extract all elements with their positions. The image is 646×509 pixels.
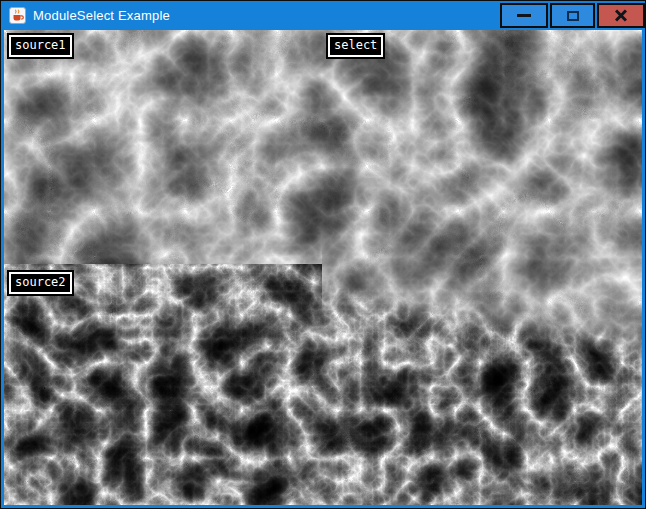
app-window: ModuleSelect Example (0, 0, 646, 509)
source1-label: source1 (9, 35, 72, 57)
source1-texture (4, 30, 322, 264)
minimize-button[interactable] (500, 3, 548, 28)
source2-texture (4, 264, 322, 505)
close-icon (614, 9, 628, 23)
java-coffee-cup-icon (9, 7, 26, 24)
source2-label: source2 (9, 272, 72, 294)
minimize-icon (517, 14, 531, 17)
java-app-icon[interactable] (9, 7, 26, 24)
maximize-button[interactable] (550, 3, 595, 28)
maximize-icon (567, 11, 579, 21)
window-title: ModuleSelect Example (33, 1, 170, 30)
render-canvas: source1 select source2 (4, 30, 642, 505)
window-controls (500, 3, 645, 28)
title-bar[interactable]: ModuleSelect Example (1, 1, 645, 30)
noise-render (4, 30, 642, 505)
select-label: select (328, 35, 383, 57)
close-button[interactable] (597, 3, 645, 28)
